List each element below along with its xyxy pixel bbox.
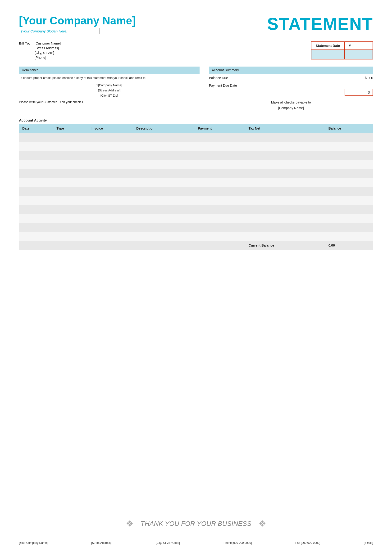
table-cell xyxy=(19,205,53,214)
table-cell xyxy=(88,178,133,187)
statement-date-section: Statement Date # xyxy=(311,42,373,59)
table-cell xyxy=(325,223,373,232)
statement-number-header: # xyxy=(344,42,373,50)
statement-number-value[interactable] xyxy=(344,50,373,59)
table-cell xyxy=(133,214,195,223)
table-cell xyxy=(133,151,195,160)
table-cell xyxy=(195,142,245,151)
diamond-right-icon: ❖ xyxy=(259,519,266,529)
remittance-text: To ensure proper credit, please enclose … xyxy=(19,76,200,80)
table-cell xyxy=(195,169,245,178)
table-cell xyxy=(245,142,325,151)
table-cell xyxy=(88,142,133,151)
make-checks-line2: [Company Name] xyxy=(209,105,373,111)
page-footer: [Your Company Name] [Street Address], [C… xyxy=(19,538,373,545)
table-cell xyxy=(88,214,133,223)
table-cell xyxy=(325,196,373,205)
table-row xyxy=(19,223,373,232)
table-cell xyxy=(245,187,325,196)
table-cell xyxy=(53,151,88,160)
account-summary-header: Account Summary xyxy=(209,67,373,74)
balance-due-value: $0.00 xyxy=(365,76,373,80)
table-cell xyxy=(53,133,88,142)
thank-you-text: THANK YOU FOR YOUR BUSINESS xyxy=(140,520,251,527)
table-cell xyxy=(195,160,245,169)
table-cell xyxy=(53,223,88,232)
remittance-address-line2: [Stress Address] xyxy=(19,88,200,93)
table-cell xyxy=(53,178,88,187)
table-cell xyxy=(53,169,88,178)
table-row xyxy=(19,142,373,151)
footer-phone: Phone [000-000-0000] xyxy=(224,541,252,545)
table-cell xyxy=(133,232,195,241)
table-cell xyxy=(325,133,373,142)
col-description: Description xyxy=(133,124,195,133)
payment-due-label: Payment Due Date xyxy=(209,84,373,87)
table-cell xyxy=(195,133,245,142)
bill-to-block: Bill To: [Customer Name] [Stress Address… xyxy=(19,42,61,59)
table-cell xyxy=(133,196,195,205)
activity-table: Date Type Invoice Description Payment Ta… xyxy=(19,124,373,250)
table-cell xyxy=(88,160,133,169)
table-cell xyxy=(245,133,325,142)
table-header-row: Date Type Invoice Description Payment Ta… xyxy=(19,124,373,133)
table-cell xyxy=(19,151,53,160)
table-row xyxy=(19,187,373,196)
table-cell xyxy=(245,196,325,205)
table-cell xyxy=(53,142,88,151)
table-cell xyxy=(88,205,133,214)
table-cell xyxy=(133,205,195,214)
table-cell xyxy=(19,133,53,142)
footer-email: [e-mail] xyxy=(364,541,373,545)
table-cell xyxy=(88,151,133,160)
table-cell xyxy=(325,142,373,151)
table-cell xyxy=(88,232,133,241)
col-payment: Payment xyxy=(195,124,245,133)
remittance-address-line3: [City, ST Zip] xyxy=(19,93,200,98)
table-cell xyxy=(19,160,53,169)
col-taxnet: Tax Net xyxy=(245,124,325,133)
remittance-header: Remittance xyxy=(19,67,200,74)
col-balance: Balance xyxy=(325,124,373,133)
company-block: [Your Company Name] [Your Company Slogan… xyxy=(19,14,136,34)
table-cell xyxy=(195,187,245,196)
table-cell xyxy=(19,232,53,241)
bill-to-name: [Customer Name] xyxy=(35,42,61,45)
table-cell xyxy=(245,169,325,178)
table-cell xyxy=(88,133,133,142)
table-cell xyxy=(133,160,195,169)
balance-due-label: Balance Due xyxy=(209,76,228,80)
table-cell xyxy=(53,187,88,196)
table-row xyxy=(19,196,373,205)
footer-city: [City, ST ZIP Code] xyxy=(156,541,180,545)
table-cell xyxy=(245,178,325,187)
bill-to-phone: [Phone] xyxy=(35,56,61,59)
account-activity-title: Account Activity xyxy=(19,118,373,122)
table-cell xyxy=(53,232,88,241)
payment-amount-box[interactable]: $ xyxy=(345,89,373,96)
table-cell xyxy=(19,196,53,205)
table-cell xyxy=(325,232,373,241)
table-cell xyxy=(88,196,133,205)
col-invoice: Invoice xyxy=(88,124,133,133)
col-type: Type xyxy=(53,124,88,133)
table-footer-row: Current Balance 0.00 xyxy=(19,241,373,250)
table-cell xyxy=(88,223,133,232)
table-cell xyxy=(195,214,245,223)
account-summary-block: Account Summary Balance Due $0.00 Paymen… xyxy=(209,67,373,111)
current-balance-label: Current Balance xyxy=(245,241,325,250)
table-cell xyxy=(245,232,325,241)
table-row xyxy=(19,214,373,223)
bill-to-address: [Stress Address] xyxy=(35,46,61,50)
table-cell xyxy=(245,205,325,214)
table-cell xyxy=(245,214,325,223)
company-slogan: [Your Company Slogan Here] xyxy=(19,28,99,34)
table-cell xyxy=(133,169,195,178)
bill-to-label: Bill To: xyxy=(19,42,30,59)
table-cell xyxy=(325,151,373,160)
table-cell xyxy=(195,196,245,205)
company-name: [Your Company Name] xyxy=(19,14,136,27)
statement-date-value[interactable] xyxy=(311,50,344,59)
make-checks-line1: Make all checks payable to xyxy=(209,100,373,105)
remittance-block: Remittance To ensure proper credit, plea… xyxy=(19,67,200,111)
